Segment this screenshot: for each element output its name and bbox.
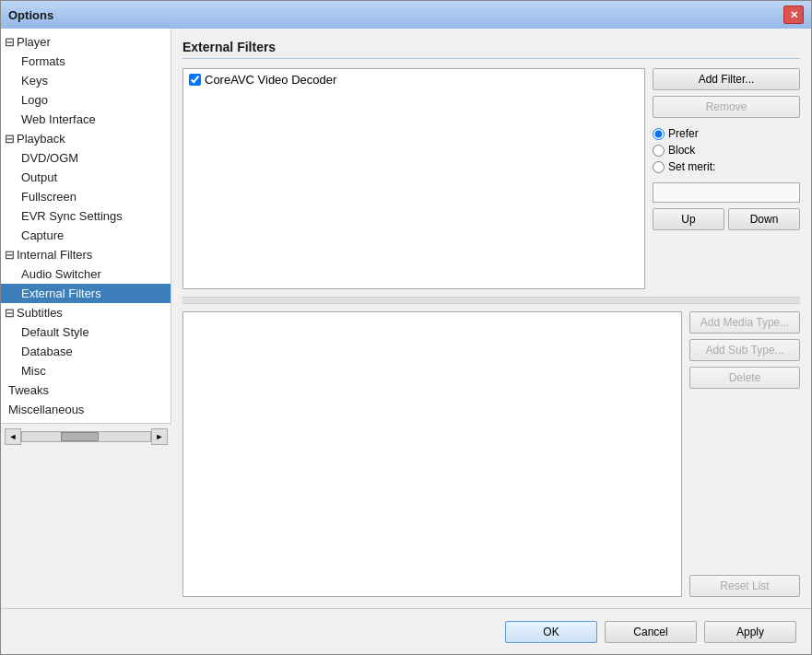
sidebar-item-playback[interactable]: ⊟ Playback bbox=[1, 129, 171, 148]
sidebar-item-external-filters[interactable]: External Filters bbox=[1, 284, 171, 303]
up-down-row: Up Down bbox=[653, 208, 800, 230]
block-radio[interactable] bbox=[653, 145, 665, 157]
panel-divider bbox=[182, 297, 800, 304]
add-sub-type-button[interactable]: Add Sub Type... bbox=[689, 339, 800, 361]
filter-checkbox[interactable] bbox=[189, 74, 201, 86]
delete-button[interactable]: Delete bbox=[689, 367, 800, 389]
expand-icon-player: ⊟ bbox=[5, 35, 15, 49]
radio-group: Prefer Block Set merit: bbox=[653, 123, 800, 177]
scroll-right-arrow[interactable]: ► bbox=[151, 428, 168, 445]
sidebar-item-player[interactable]: ⊟ Player bbox=[1, 32, 171, 52]
reset-list-button[interactable]: Reset List bbox=[689, 575, 800, 597]
ok-button[interactable]: OK bbox=[505, 621, 597, 643]
sidebar-scrollbar[interactable]: ◄ ► bbox=[1, 423, 171, 449]
sidebar-item-database[interactable]: Database bbox=[1, 342, 171, 361]
sidebar-item-default-style[interactable]: Default Style bbox=[1, 322, 171, 342]
sidebar-item-logo[interactable]: Logo bbox=[1, 90, 171, 110]
content-area: ⊟ Player Formats Keys Logo Web Interface bbox=[1, 29, 811, 608]
add-media-type-button[interactable]: Add Media Type... bbox=[689, 311, 800, 333]
sidebar-item-output[interactable]: Output bbox=[1, 168, 171, 187]
sidebar-item-formats[interactable]: Formats bbox=[1, 52, 171, 71]
expand-icon-internal-filters: ⊟ bbox=[5, 248, 15, 262]
sidebar-item-tweaks[interactable]: Tweaks bbox=[1, 380, 171, 400]
sidebar-item-dvd-ogm[interactable]: DVD/OGM bbox=[1, 148, 171, 168]
main-panel: External Filters CoreAVC Video Decoder A… bbox=[171, 29, 811, 608]
sidebar-item-miscellaneous[interactable]: Miscellaneous bbox=[1, 400, 171, 419]
section-title: External Filters bbox=[182, 40, 800, 59]
sidebar-item-web-interface[interactable]: Web Interface bbox=[1, 110, 171, 129]
media-list-box[interactable] bbox=[182, 311, 682, 597]
prefer-label: Prefer bbox=[668, 127, 699, 140]
sidebar-item-capture[interactable]: Capture bbox=[1, 226, 171, 245]
sidebar-item-subtitles[interactable]: ⊟ Subtitles bbox=[1, 303, 171, 322]
remove-button[interactable]: Remove bbox=[653, 96, 800, 118]
filter-list-box[interactable]: CoreAVC Video Decoder bbox=[182, 68, 645, 289]
footer: OK Cancel Apply bbox=[1, 608, 811, 654]
add-filter-button[interactable]: Add Filter... bbox=[653, 68, 800, 90]
scroll-track[interactable] bbox=[21, 431, 151, 442]
sidebar-item-keys[interactable]: Keys bbox=[1, 71, 171, 90]
expand-icon-playback: ⊟ bbox=[5, 132, 15, 146]
expand-icon-subtitles: ⊟ bbox=[5, 306, 15, 320]
down-button[interactable]: Down bbox=[728, 208, 800, 230]
title-bar: Options ✕ bbox=[1, 1, 811, 29]
block-label: Block bbox=[668, 144, 695, 157]
set-merit-radio-label[interactable]: Set merit: bbox=[653, 160, 800, 173]
sidebar-item-internal-filters[interactable]: ⊟ Internal Filters bbox=[1, 245, 171, 264]
set-merit-label: Set merit: bbox=[668, 160, 715, 173]
apply-button[interactable]: Apply bbox=[704, 621, 796, 643]
prefer-radio[interactable] bbox=[653, 128, 665, 140]
sidebar-item-audio-switcher[interactable]: Audio Switcher bbox=[1, 264, 171, 284]
scroll-thumb[interactable] bbox=[61, 432, 100, 441]
filter-label: CoreAVC Video Decoder bbox=[205, 73, 336, 87]
sidebar-item-fullscreen[interactable]: Fullscreen bbox=[1, 187, 171, 206]
right-controls-top: Add Filter... Remove Prefer Block bbox=[653, 68, 800, 289]
block-radio-label[interactable]: Block bbox=[653, 144, 800, 157]
options-window: Options ✕ ⊟ Player Formats Keys Logo bbox=[0, 0, 812, 655]
scroll-left-arrow[interactable]: ◄ bbox=[5, 428, 21, 445]
sidebar: ⊟ Player Formats Keys Logo Web Interface bbox=[1, 29, 171, 423]
up-button[interactable]: Up bbox=[653, 208, 724, 230]
top-panel-row: CoreAVC Video Decoder Add Filter... Remo… bbox=[182, 68, 800, 289]
window-title: Options bbox=[8, 8, 53, 22]
prefer-radio-label[interactable]: Prefer bbox=[653, 127, 800, 140]
bottom-panel-row: Add Media Type... Add Sub Type... Delete… bbox=[182, 311, 800, 597]
filter-list-item[interactable]: CoreAVC Video Decoder bbox=[185, 71, 642, 88]
sidebar-item-misc-sub[interactable]: Misc bbox=[1, 361, 171, 380]
cancel-button[interactable]: Cancel bbox=[605, 621, 697, 643]
merit-input[interactable] bbox=[653, 182, 800, 203]
close-button[interactable]: ✕ bbox=[783, 6, 804, 24]
sidebar-item-evr-sync[interactable]: EVR Sync Settings bbox=[1, 206, 171, 226]
right-controls-bottom: Add Media Type... Add Sub Type... Delete… bbox=[689, 311, 800, 597]
set-merit-radio[interactable] bbox=[653, 161, 665, 173]
